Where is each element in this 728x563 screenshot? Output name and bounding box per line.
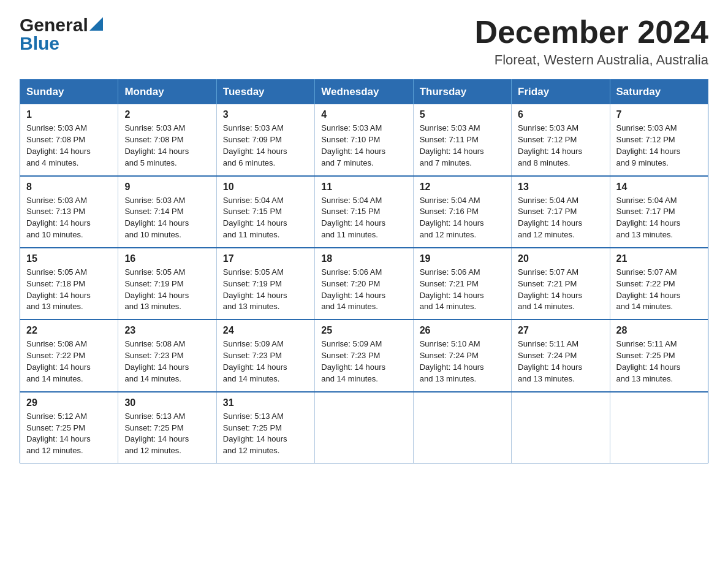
- logo-triangle-icon: [89, 17, 103, 31]
- col-monday: Monday: [118, 80, 216, 105]
- day-info: Sunrise: 5:08 AM Sunset: 7:22 PM Dayligh…: [26, 339, 112, 385]
- day-info: Sunrise: 5:03 AM Sunset: 7:08 PM Dayligh…: [124, 123, 210, 169]
- day-number: 1: [26, 109, 112, 120]
- col-saturday: Saturday: [610, 80, 708, 105]
- calendar-cell: 15 Sunrise: 5:05 AM Sunset: 7:18 PM Dayl…: [20, 248, 118, 320]
- calendar-week-row: 15 Sunrise: 5:05 AM Sunset: 7:18 PM Dayl…: [20, 248, 708, 320]
- calendar-cell: 25 Sunrise: 5:09 AM Sunset: 7:23 PM Dayl…: [315, 320, 413, 391]
- day-info: Sunrise: 5:04 AM Sunset: 7:17 PM Dayligh…: [616, 195, 702, 241]
- day-info: Sunrise: 5:04 AM Sunset: 7:15 PM Dayligh…: [223, 195, 308, 241]
- calendar-cell: 21 Sunrise: 5:07 AM Sunset: 7:22 PM Dayl…: [610, 248, 708, 320]
- day-number: 4: [321, 109, 406, 120]
- day-number: 18: [321, 253, 406, 264]
- title-area: December 2024 Floreat, Western Australia…: [474, 15, 708, 68]
- day-info: Sunrise: 5:07 AM Sunset: 7:22 PM Dayligh…: [616, 267, 702, 313]
- calendar-cell: [315, 392, 413, 464]
- col-tuesday: Tuesday: [216, 80, 314, 105]
- calendar-week-row: 29 Sunrise: 5:12 AM Sunset: 7:25 PM Dayl…: [20, 392, 708, 464]
- day-number: 11: [321, 182, 406, 193]
- day-number: 13: [518, 182, 603, 193]
- calendar-cell: 14 Sunrise: 5:04 AM Sunset: 7:17 PM Dayl…: [610, 176, 708, 248]
- day-info: Sunrise: 5:03 AM Sunset: 7:13 PM Dayligh…: [26, 195, 112, 241]
- day-info: Sunrise: 5:03 AM Sunset: 7:09 PM Dayligh…: [223, 123, 308, 169]
- day-info: Sunrise: 5:03 AM Sunset: 7:12 PM Dayligh…: [518, 123, 603, 169]
- day-number: 3: [223, 109, 308, 120]
- calendar-cell: 17 Sunrise: 5:05 AM Sunset: 7:19 PM Dayl…: [216, 248, 314, 320]
- day-info: Sunrise: 5:05 AM Sunset: 7:19 PM Dayligh…: [124, 267, 210, 313]
- day-number: 21: [616, 253, 702, 264]
- calendar-cell: 12 Sunrise: 5:04 AM Sunset: 7:16 PM Dayl…: [413, 176, 511, 248]
- svg-marker-0: [89, 17, 103, 31]
- day-info: Sunrise: 5:03 AM Sunset: 7:10 PM Dayligh…: [321, 123, 406, 169]
- calendar-cell: 6 Sunrise: 5:03 AM Sunset: 7:12 PM Dayli…: [512, 104, 610, 175]
- logo-blue-text: Blue: [20, 33, 59, 54]
- day-number: 25: [321, 325, 406, 336]
- logo-general-text: General: [20, 15, 88, 36]
- day-info: Sunrise: 5:04 AM Sunset: 7:16 PM Dayligh…: [420, 195, 505, 241]
- day-info: Sunrise: 5:09 AM Sunset: 7:23 PM Dayligh…: [321, 339, 406, 385]
- calendar-cell: [512, 392, 610, 464]
- day-info: Sunrise: 5:05 AM Sunset: 7:18 PM Dayligh…: [26, 267, 112, 313]
- day-number: 12: [420, 182, 505, 193]
- day-number: 24: [223, 325, 308, 336]
- location-title: Floreat, Western Australia, Australia: [474, 52, 708, 68]
- calendar-cell: 19 Sunrise: 5:06 AM Sunset: 7:21 PM Dayl…: [413, 248, 511, 320]
- calendar-cell: 22 Sunrise: 5:08 AM Sunset: 7:22 PM Dayl…: [20, 320, 118, 391]
- calendar-cell: 26 Sunrise: 5:10 AM Sunset: 7:24 PM Dayl…: [413, 320, 511, 391]
- day-info: Sunrise: 5:03 AM Sunset: 7:08 PM Dayligh…: [26, 123, 112, 169]
- day-number: 28: [616, 325, 702, 336]
- calendar-cell: 11 Sunrise: 5:04 AM Sunset: 7:15 PM Dayl…: [315, 176, 413, 248]
- day-number: 22: [26, 325, 112, 336]
- calendar-week-row: 8 Sunrise: 5:03 AM Sunset: 7:13 PM Dayli…: [20, 176, 708, 248]
- calendar-cell: 23 Sunrise: 5:08 AM Sunset: 7:23 PM Dayl…: [118, 320, 216, 391]
- day-number: 2: [124, 109, 210, 120]
- day-info: Sunrise: 5:11 AM Sunset: 7:25 PM Dayligh…: [616, 339, 702, 385]
- col-thursday: Thursday: [413, 80, 511, 105]
- day-number: 9: [124, 182, 210, 193]
- calendar-cell: 20 Sunrise: 5:07 AM Sunset: 7:21 PM Dayl…: [512, 248, 610, 320]
- calendar-cell: 24 Sunrise: 5:09 AM Sunset: 7:23 PM Dayl…: [216, 320, 314, 391]
- day-info: Sunrise: 5:13 AM Sunset: 7:25 PM Dayligh…: [223, 411, 308, 457]
- day-number: 14: [616, 182, 702, 193]
- day-info: Sunrise: 5:04 AM Sunset: 7:17 PM Dayligh…: [518, 195, 603, 241]
- day-number: 19: [420, 253, 505, 264]
- logo: General Blue: [20, 15, 103, 54]
- calendar-cell: 31 Sunrise: 5:13 AM Sunset: 7:25 PM Dayl…: [216, 392, 314, 464]
- day-number: 29: [26, 397, 112, 408]
- calendar-cell: [413, 392, 511, 464]
- day-number: 8: [26, 182, 112, 193]
- calendar-week-row: 1 Sunrise: 5:03 AM Sunset: 7:08 PM Dayli…: [20, 104, 708, 175]
- calendar-cell: 7 Sunrise: 5:03 AM Sunset: 7:12 PM Dayli…: [610, 104, 708, 175]
- day-number: 23: [124, 325, 210, 336]
- day-number: 30: [124, 397, 210, 408]
- day-number: 27: [518, 325, 603, 336]
- day-info: Sunrise: 5:03 AM Sunset: 7:14 PM Dayligh…: [124, 195, 210, 241]
- day-info: Sunrise: 5:11 AM Sunset: 7:24 PM Dayligh…: [518, 339, 603, 385]
- day-info: Sunrise: 5:06 AM Sunset: 7:20 PM Dayligh…: [321, 267, 406, 313]
- calendar-cell: 5 Sunrise: 5:03 AM Sunset: 7:11 PM Dayli…: [413, 104, 511, 175]
- calendar-cell: 18 Sunrise: 5:06 AM Sunset: 7:20 PM Dayl…: [315, 248, 413, 320]
- day-info: Sunrise: 5:06 AM Sunset: 7:21 PM Dayligh…: [420, 267, 505, 313]
- calendar-cell: 1 Sunrise: 5:03 AM Sunset: 7:08 PM Dayli…: [20, 104, 118, 175]
- calendar-cell: 13 Sunrise: 5:04 AM Sunset: 7:17 PM Dayl…: [512, 176, 610, 248]
- calendar-body: 1 Sunrise: 5:03 AM Sunset: 7:08 PM Dayli…: [20, 104, 708, 463]
- day-info: Sunrise: 5:10 AM Sunset: 7:24 PM Dayligh…: [420, 339, 505, 385]
- calendar-header-row: Sunday Monday Tuesday Wednesday Thursday…: [20, 80, 708, 105]
- day-info: Sunrise: 5:09 AM Sunset: 7:23 PM Dayligh…: [223, 339, 308, 385]
- calendar-table: Sunday Monday Tuesday Wednesday Thursday…: [20, 79, 708, 464]
- day-number: 5: [420, 109, 505, 120]
- day-number: 16: [124, 253, 210, 264]
- day-number: 20: [518, 253, 603, 264]
- day-number: 26: [420, 325, 505, 336]
- header: General Blue December 2024 Floreat, West…: [20, 15, 708, 68]
- day-number: 7: [616, 109, 702, 120]
- calendar-cell: 30 Sunrise: 5:13 AM Sunset: 7:25 PM Dayl…: [118, 392, 216, 464]
- day-number: 10: [223, 182, 308, 193]
- calendar-cell: 10 Sunrise: 5:04 AM Sunset: 7:15 PM Dayl…: [216, 176, 314, 248]
- calendar-cell: 2 Sunrise: 5:03 AM Sunset: 7:08 PM Dayli…: [118, 104, 216, 175]
- calendar-cell: 28 Sunrise: 5:11 AM Sunset: 7:25 PM Dayl…: [610, 320, 708, 391]
- day-info: Sunrise: 5:12 AM Sunset: 7:25 PM Dayligh…: [26, 411, 112, 457]
- day-number: 31: [223, 397, 308, 408]
- day-number: 17: [223, 253, 308, 264]
- calendar-cell: [610, 392, 708, 464]
